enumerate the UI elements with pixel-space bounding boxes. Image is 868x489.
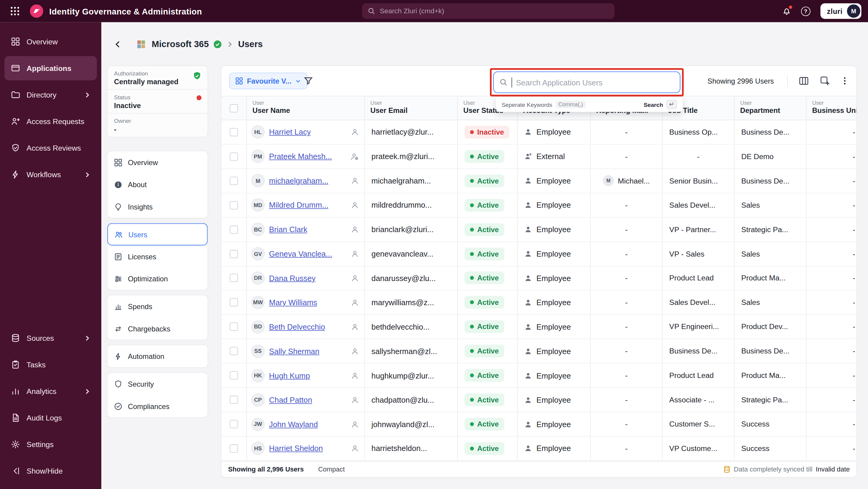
user-name-link[interactable]: Geneva Vanclea... <box>269 249 332 258</box>
m-automation-icon <box>114 352 122 361</box>
menu-item-security[interactable]: Security <box>107 373 208 395</box>
row-checkbox[interactable] <box>230 371 238 380</box>
notifications-bell-icon[interactable] <box>782 7 791 16</box>
global-search[interactable] <box>362 3 614 19</box>
row-checkbox[interactable] <box>230 152 238 161</box>
sidebar-item-access-reviews[interactable]: Access Reviews <box>4 136 97 160</box>
row-checkbox[interactable] <box>230 250 238 258</box>
menu-item-automation[interactable]: Automation <box>107 345 208 367</box>
cell-business-unit: - <box>806 193 857 217</box>
row-checkbox[interactable] <box>230 177 238 185</box>
kebab-menu-icon[interactable] <box>841 76 849 85</box>
status-dot-icon <box>470 154 474 159</box>
reporting-manager-value: - <box>625 250 628 258</box>
menu-item-insights[interactable]: Insights <box>107 196 208 218</box>
sidebar-item-sources[interactable]: Sources <box>4 326 97 350</box>
row-checkbox[interactable] <box>230 128 238 137</box>
sidebar-item-tasks[interactable]: Tasks <box>4 352 97 377</box>
user-avatar[interactable]: M <box>847 4 860 18</box>
sidebar-item-audit-logs[interactable]: Audit Logs <box>4 406 97 430</box>
user-name-link[interactable]: Mary Williams <box>269 298 317 307</box>
user-name-link[interactable]: Chad Patton <box>269 396 312 404</box>
cell-checkbox <box>221 120 247 144</box>
sidebar-item-applications[interactable]: Applications <box>4 56 97 80</box>
row-checkbox[interactable] <box>230 274 238 283</box>
cell-checkbox <box>221 412 247 436</box>
user-name-link[interactable]: Harriet Lacy <box>269 128 311 137</box>
sidebar-item-settings[interactable]: Settings <box>4 432 97 457</box>
row-checkbox[interactable] <box>230 444 238 453</box>
sidebar-item-access-requests[interactable]: Access Requests <box>4 109 97 134</box>
cell-user-name: MDMildred Drumm... <box>247 193 365 217</box>
menu-item-compliances[interactable]: Compliances <box>107 395 208 417</box>
application-users-search-input[interactable] <box>516 78 674 87</box>
sidebar-item-overview[interactable]: Overview <box>4 29 97 54</box>
user-name-link[interactable]: Dana Russey <box>269 274 315 283</box>
sync-label: Data completely synced till <box>734 465 812 473</box>
sidebar-item-analytics[interactable]: Analytics <box>4 379 97 403</box>
user-solid-icon <box>524 250 532 258</box>
user-name-link[interactable]: michaelgraham... <box>269 176 329 185</box>
user-name-link[interactable]: Harriet Sheldon <box>269 444 323 453</box>
status-label: Active <box>477 420 499 428</box>
menu-item-users[interactable]: Users <box>107 223 208 246</box>
user-name-link[interactable]: Sally Sherman <box>269 347 319 355</box>
menu-item-spends[interactable]: Spends <box>107 295 208 317</box>
row-checkbox[interactable] <box>230 420 238 428</box>
cell-job-title: Sales Devel... <box>662 193 735 217</box>
user-name-link[interactable]: Beth Delvecchio <box>269 322 325 331</box>
cell-business-unit: - <box>806 169 857 193</box>
cell-checkbox <box>221 145 247 168</box>
cell-job-title: Customer S... <box>662 412 735 436</box>
back-button[interactable] <box>114 40 122 49</box>
user-name-link[interactable]: Mildred Drumm... <box>269 201 329 209</box>
cell-department: Sales <box>735 291 807 315</box>
row-checkbox[interactable] <box>230 225 238 234</box>
export-board-icon[interactable] <box>820 76 830 86</box>
sidebar-item-workflows[interactable]: Workflows <box>4 163 97 187</box>
menu-item-chargebacks[interactable]: Chargebacks <box>107 318 208 340</box>
app-launcher-icon[interactable] <box>10 6 20 16</box>
row-checkbox[interactable] <box>230 298 238 307</box>
menu-item-optimization[interactable]: Optimization <box>107 268 208 290</box>
global-search-input[interactable] <box>380 7 609 15</box>
menu-item-about[interactable]: About <box>107 174 208 196</box>
help-icon[interactable] <box>801 6 810 16</box>
cell-department: Success <box>735 412 807 436</box>
user-name-link[interactable]: Prateek Mahesh... <box>269 152 332 161</box>
row-checkbox[interactable] <box>230 201 238 209</box>
sidebar-item-directory[interactable]: Directory <box>4 82 97 107</box>
user-outline-icon <box>351 201 359 209</box>
cell-user-email: chadpatton@zlu... <box>365 388 458 412</box>
m-chargebacks-icon <box>114 324 122 333</box>
table-row: BDBeth Delvecchiobethdelvecchio...Active… <box>221 315 857 339</box>
user-name-link[interactable]: John Wayland <box>269 420 318 428</box>
density-toggle[interactable]: Compact <box>318 465 345 473</box>
workspace-switcher[interactable]: zluri M <box>820 3 861 19</box>
business-unit-value: - <box>852 298 855 307</box>
row-checkbox[interactable] <box>230 347 238 355</box>
favourite-views-button[interactable]: Favourite V... <box>229 73 308 89</box>
application-users-search[interactable] <box>493 71 680 93</box>
reporting-manager-chip[interactable]: MMichael... <box>603 175 650 186</box>
cell-user-email: prateek.m@zluri... <box>365 145 458 168</box>
menu-item-overview[interactable]: Overview <box>107 151 208 173</box>
account-type-label: Employee <box>536 444 571 453</box>
sidebar-item-show-hide[interactable]: Show/Hide <box>4 459 97 483</box>
filter-button[interactable] <box>303 76 313 86</box>
user-name-link[interactable]: Brian Clark <box>269 225 307 234</box>
menu-item-label: Optimization <box>128 275 168 283</box>
columns-icon[interactable] <box>799 76 809 86</box>
chevron-right-icon <box>84 388 90 394</box>
cell-department: Strategic Pa... <box>735 218 807 241</box>
select-all-checkbox[interactable] <box>230 104 238 112</box>
cell-user-status: Active <box>458 266 518 290</box>
row-checkbox[interactable] <box>230 323 238 331</box>
menu-item-licenses[interactable]: Licenses <box>107 246 208 267</box>
info-value: Centrally managed <box>114 78 201 86</box>
business-unit-value: - <box>852 250 855 258</box>
user-email: chadpatton@zlu... <box>372 396 434 404</box>
menu-group: SpendsChargebacks <box>107 295 208 340</box>
user-name-link[interactable]: Hugh Kump <box>269 371 310 380</box>
row-checkbox[interactable] <box>230 396 238 404</box>
